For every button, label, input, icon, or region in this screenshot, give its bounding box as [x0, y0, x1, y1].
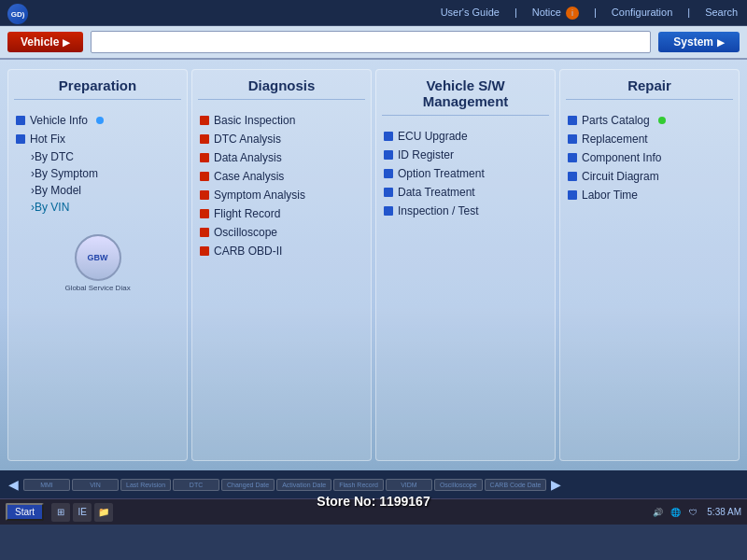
labor-time-icon: [568, 190, 577, 200]
vehicle-info-item[interactable]: Vehicle Info: [14, 111, 181, 130]
vehicle-button[interactable]: Vehicle: [7, 32, 83, 52]
vehicle-sw-panel: Vehicle S/W Management ECU Upgrade ID Re…: [375, 69, 556, 461]
separator-2: |: [594, 7, 597, 20]
dtc-analysis-icon: [200, 134, 209, 144]
hot-fix-icon: [16, 134, 25, 144]
status-right-arrow[interactable]: ▶: [548, 477, 564, 492]
gbw-logo-subtitle: Global Service Diax: [64, 284, 130, 292]
status-left-arrow[interactable]: ◀: [6, 477, 21, 492]
start-button[interactable]: Start: [6, 503, 44, 521]
ecu-upgrade-item[interactable]: ECU Upgrade: [382, 127, 549, 146]
status-last-revision: Last Revision: [120, 479, 171, 491]
parts-catalog-dot: [658, 117, 666, 124]
taskbar-icon-2[interactable]: IE: [73, 503, 92, 522]
circuit-diagram-icon: [568, 172, 577, 181]
system-button[interactable]: System: [658, 32, 740, 52]
gd-logo: GD): [7, 4, 28, 24]
repair-title: Repair: [566, 77, 733, 100]
data-treatment-icon: [384, 188, 393, 197]
status-flash-record: Flash Record: [333, 479, 384, 491]
status-carb-code: CARB Code Date: [485, 479, 547, 491]
gbw-logo: GBW: [75, 234, 121, 281]
basic-inspection-icon: [200, 116, 209, 125]
vehicle-bar: Vehicle System: [0, 26, 747, 60]
status-activation-date: Activation Date: [276, 479, 331, 491]
symptom-analysis-item[interactable]: Symptom Analysis: [198, 186, 365, 204]
data-analysis-icon: [200, 153, 209, 162]
data-treatment-item[interactable]: Data Treatment: [382, 183, 549, 202]
replacement-item[interactable]: Replacement: [566, 130, 733, 148]
circuit-diagram-item[interactable]: Circuit Diagram: [566, 167, 733, 186]
flight-record-item[interactable]: Flight Record: [198, 204, 365, 223]
taskbar-icon-1[interactable]: ⊞: [51, 503, 70, 522]
oscilloscope-item[interactable]: Oscilloscope: [198, 223, 365, 242]
ecu-upgrade-icon: [384, 132, 393, 141]
component-info-icon: [568, 153, 577, 162]
hot-fix-item[interactable]: Hot Fix: [14, 130, 181, 148]
notice-link[interactable]: Notice i: [532, 7, 579, 20]
configuration-link[interactable]: Configuration: [612, 7, 672, 20]
parts-catalog-icon: [568, 116, 577, 125]
separator-3: |: [687, 7, 690, 20]
by-vin-item[interactable]: ›By VIN: [14, 199, 181, 216]
oscilloscope-icon: [200, 228, 209, 237]
diagnosis-title: Diagnosis: [198, 77, 365, 100]
inspection-test-icon: [384, 206, 393, 216]
main-content: Preparation Vehicle Info Hot Fix ›By DTC…: [0, 60, 747, 470]
option-treatment-item[interactable]: Option Treatment: [382, 164, 549, 183]
taskbar-system-tray: 🔊 🌐 🛡 5:38 AM: [650, 505, 741, 520]
diagnosis-panel: Diagnosis Basic Inspection DTC Analysis …: [191, 69, 372, 461]
preparation-panel: Preparation Vehicle Info Hot Fix ›By DTC…: [7, 69, 188, 461]
taskbar-time: 5:38 AM: [703, 507, 741, 517]
by-dtc-item[interactable]: ›By DTC: [14, 148, 181, 165]
by-symptom-item[interactable]: ›By Symptom: [14, 165, 181, 182]
option-treatment-icon: [384, 169, 393, 178]
notice-badge: i: [566, 7, 579, 20]
search-link[interactable]: Search: [705, 7, 738, 20]
status-changed-date: Changed Date: [221, 479, 275, 491]
gbw-logo-area: GBW Global Service Diax: [14, 234, 181, 292]
preparation-title: Preparation: [14, 77, 181, 100]
users-guide-link[interactable]: User's Guide: [441, 7, 500, 20]
top-navigation: User's Guide | Notice i | Configuration …: [441, 7, 738, 20]
vehicle-sw-title: Vehicle S/W Management: [382, 77, 549, 116]
vehicle-input[interactable]: [91, 31, 651, 53]
status-vin: VIN: [72, 479, 119, 491]
vehicle-info-icon: [16, 116, 25, 125]
status-mmi: MMI: [23, 479, 70, 491]
separator-1: |: [514, 7, 517, 20]
taskbar-quick-launch: ⊞ IE 📁: [51, 503, 113, 522]
symptom-analysis-icon: [200, 190, 209, 200]
tray-icon-3: 🛡: [685, 505, 700, 520]
tray-icon-2: 🌐: [668, 505, 683, 520]
parts-catalog-item[interactable]: Parts Catalog: [566, 111, 733, 130]
status-vidm: VIDM: [386, 479, 432, 491]
repair-panel: Repair Parts Catalog Replacement Compone…: [559, 69, 740, 461]
flight-record-icon: [200, 209, 209, 218]
id-register-item[interactable]: ID Register: [382, 146, 549, 164]
dtc-analysis-item[interactable]: DTC Analysis: [198, 130, 365, 148]
labor-time-item[interactable]: Labor Time: [566, 186, 733, 204]
carb-obd-icon: [200, 246, 209, 256]
taskbar-icon-3[interactable]: 📁: [94, 503, 113, 522]
store-watermark: Store No: 1199167: [317, 494, 430, 509]
by-model-item[interactable]: ›By Model: [14, 182, 181, 199]
basic-inspection-item[interactable]: Basic Inspection: [198, 111, 365, 130]
carb-obd-item[interactable]: CARB OBD-II: [198, 242, 365, 260]
status-oscilloscope: Oscilloscope: [434, 479, 483, 491]
status-dtc: DTC: [173, 479, 219, 491]
case-analysis-item[interactable]: Case Analysis: [198, 167, 365, 186]
component-info-item[interactable]: Component Info: [566, 148, 733, 167]
replacement-icon: [568, 134, 577, 144]
inspection-test-item[interactable]: Inspection / Test: [382, 202, 549, 220]
data-analysis-item[interactable]: Data Analysis: [198, 148, 365, 167]
id-register-icon: [384, 150, 393, 160]
top-bar: User's Guide | Notice i | Configuration …: [0, 0, 747, 26]
case-analysis-icon: [200, 172, 209, 181]
vehicle-info-dot: [96, 117, 104, 124]
tray-icon-1: 🔊: [650, 505, 665, 520]
